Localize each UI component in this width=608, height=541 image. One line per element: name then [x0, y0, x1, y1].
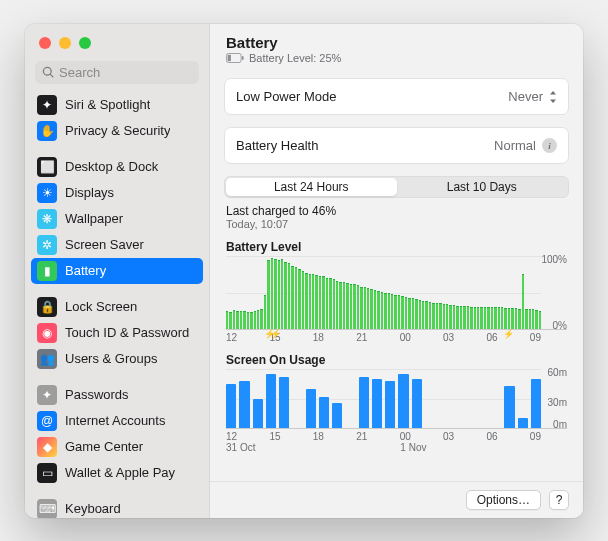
- display-icon: ☀: [37, 183, 57, 203]
- maximize-window-button[interactable]: [79, 37, 91, 49]
- sidebar-list: ✦Siri & Spotlight✋Privacy & Security⬜Des…: [25, 92, 209, 518]
- battery-level-chart: 100% 0% ⚡⚡⚡: [226, 256, 567, 330]
- wallpaper-icon: ❋: [37, 209, 57, 229]
- sidebar-item-passwords[interactable]: ✦Passwords: [31, 382, 203, 408]
- users-icon: 👥: [37, 349, 57, 369]
- sidebar-item-label: Screen Saver: [65, 237, 144, 252]
- sidebar-item-siri-spotlight[interactable]: ✦Siri & Spotlight: [31, 92, 203, 118]
- main-pane: Battery Battery Level: 25% Low Power Mod…: [210, 24, 583, 518]
- sidebar-item-label: Keyboard: [65, 501, 121, 516]
- sidebar-item-internet-accounts[interactable]: @Internet Accounts: [31, 408, 203, 434]
- svg-rect-1: [228, 55, 231, 62]
- screen-on-xaxis: 1215182100030609: [226, 431, 541, 442]
- window-controls: [25, 24, 209, 61]
- sidebar-item-label: Internet Accounts: [65, 413, 165, 428]
- charge-marker-icon: ⚡: [270, 329, 281, 339]
- dock-icon: ⬜: [37, 157, 57, 177]
- svg-rect-2: [242, 56, 244, 60]
- tab-last-10-days[interactable]: Last 10 Days: [397, 178, 568, 196]
- sidebar-item-screen-saver[interactable]: ✲Screen Saver: [31, 232, 203, 258]
- battery-health-row[interactable]: Battery Health Normal i: [224, 127, 569, 164]
- sidebar-item-label: Game Center: [65, 439, 143, 454]
- sidebar-item-displays[interactable]: ☀Displays: [31, 180, 203, 206]
- screensaver-icon: ✲: [37, 235, 57, 255]
- battery-health-label: Battery Health: [236, 138, 318, 153]
- time-range-segmented[interactable]: Last 24 Hours Last 10 Days: [224, 176, 569, 198]
- date-row: 31 Oct 1 Nov: [226, 442, 541, 453]
- info-icon[interactable]: i: [542, 138, 557, 153]
- sidebar-item-lock-screen[interactable]: 🔒Lock Screen: [31, 294, 203, 320]
- sidebar-item-label: Passwords: [65, 387, 129, 402]
- lock-icon: 🔒: [37, 297, 57, 317]
- sidebar-item-label: Touch ID & Password: [65, 325, 189, 340]
- sidebar-item-privacy-security[interactable]: ✋Privacy & Security: [31, 118, 203, 144]
- at-icon: @: [37, 411, 57, 431]
- sidebar-item-label: Privacy & Security: [65, 123, 170, 138]
- search-icon: [42, 66, 55, 79]
- close-window-button[interactable]: [39, 37, 51, 49]
- sidebar-item-label: Battery: [65, 263, 106, 278]
- footer: Options… ?: [210, 481, 583, 518]
- hand-icon: ✋: [37, 121, 57, 141]
- page-title: Battery: [226, 34, 567, 51]
- options-button[interactable]: Options…: [466, 490, 541, 510]
- help-button[interactable]: ?: [549, 490, 569, 510]
- sidebar-item-desktop-dock[interactable]: ⬜Desktop & Dock: [31, 154, 203, 180]
- low-power-select[interactable]: Never: [508, 89, 557, 104]
- wallet-icon: ▭: [37, 463, 57, 483]
- sidebar-item-label: Wallpaper: [65, 211, 123, 226]
- sidebar-item-label: Users & Groups: [65, 351, 157, 366]
- search-placeholder: Search: [59, 65, 100, 80]
- sidebar-item-label: Siri & Spotlight: [65, 97, 150, 112]
- battery-icon: [226, 53, 244, 63]
- screen-on-title: Screen On Usage: [226, 353, 567, 367]
- minimize-window-button[interactable]: [59, 37, 71, 49]
- key-icon: ✦: [37, 385, 57, 405]
- sidebar-item-game-center[interactable]: ◆Game Center: [31, 434, 203, 460]
- battery-level-title: Battery Level: [226, 240, 567, 254]
- battery-icon: ▮: [37, 261, 57, 281]
- siri-icon: ✦: [37, 95, 57, 115]
- sidebar-item-label: Desktop & Dock: [65, 159, 158, 174]
- keyboard-icon: ⌨: [37, 499, 57, 518]
- sidebar-item-label: Displays: [65, 185, 114, 200]
- last-charge: Last charged to 46% Today, 10:07: [226, 204, 567, 230]
- charge-marker-icon: ⚡: [503, 329, 514, 339]
- battery-health-value: Normal: [494, 138, 536, 153]
- chevron-updown-icon: [549, 91, 557, 103]
- screen-on-chart: 60m 30m 0m: [226, 369, 567, 429]
- sidebar-item-touch-id-password[interactable]: ◉Touch ID & Password: [31, 320, 203, 346]
- sidebar-item-users-groups[interactable]: 👥Users & Groups: [31, 346, 203, 372]
- low-power-label: Low Power Mode: [236, 89, 336, 104]
- sidebar-item-label: Wallet & Apple Pay: [65, 465, 175, 480]
- tab-last-24-hours[interactable]: Last 24 Hours: [226, 178, 397, 196]
- system-settings-window: Search ✦Siri & Spotlight✋Privacy & Secur…: [25, 24, 583, 518]
- sidebar-item-keyboard[interactable]: ⌨Keyboard: [31, 496, 203, 518]
- header: Battery Battery Level: 25%: [210, 24, 583, 72]
- sidebar-item-wallpaper[interactable]: ❋Wallpaper: [31, 206, 203, 232]
- sidebar-item-label: Lock Screen: [65, 299, 137, 314]
- battery-level-label: Battery Level: 25%: [249, 52, 341, 64]
- search-input[interactable]: Search: [35, 61, 199, 84]
- low-power-row[interactable]: Low Power Mode Never: [224, 78, 569, 115]
- sidebar: Search ✦Siri & Spotlight✋Privacy & Secur…: [25, 24, 210, 518]
- sidebar-item-battery[interactable]: ▮Battery: [31, 258, 203, 284]
- touchid-icon: ◉: [37, 323, 57, 343]
- game-icon: ◆: [37, 437, 57, 457]
- sidebar-item-wallet-apple-pay[interactable]: ▭Wallet & Apple Pay: [31, 460, 203, 486]
